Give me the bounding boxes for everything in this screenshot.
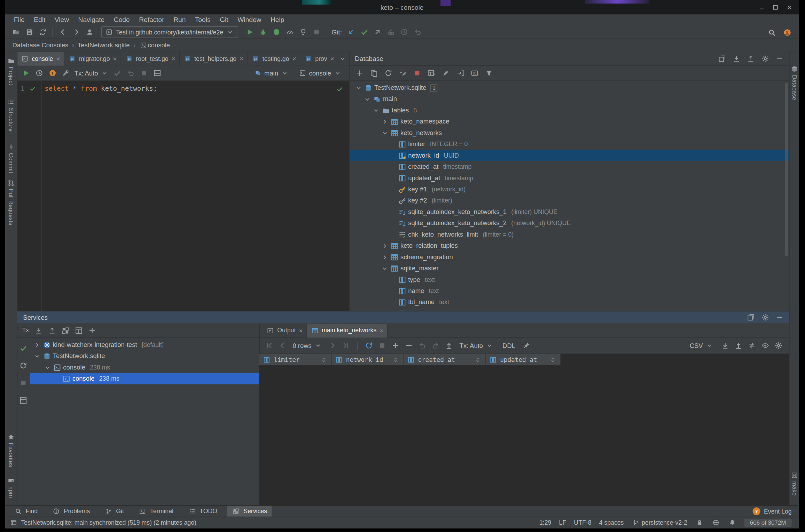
toolwindow-button-find[interactable]: Find xyxy=(9,506,42,516)
titlebar[interactable]: keto – console xyxy=(5,0,799,14)
rollback-icon[interactable] xyxy=(412,26,423,38)
rerun-icon[interactable] xyxy=(18,360,29,371)
toolwindow-button-git[interactable]: Git xyxy=(100,506,128,516)
ddl-button[interactable]: DDL xyxy=(502,342,515,349)
layout-icon[interactable] xyxy=(73,325,84,336)
breadcrumb-item[interactable]: console xyxy=(148,41,170,49)
git-commit-icon[interactable] xyxy=(358,26,369,38)
float-icon[interactable] xyxy=(745,312,756,323)
close-icon[interactable]: × xyxy=(171,55,175,63)
menu-tools[interactable]: Tools xyxy=(190,14,215,25)
gear-icon[interactable] xyxy=(759,312,771,323)
rollback-icon[interactable] xyxy=(125,68,136,79)
sql-editor[interactable]: 1 select * from keto_networks; xyxy=(17,81,349,311)
open-folder-icon[interactable] xyxy=(10,26,21,38)
git-branch-widget[interactable]: persistence-v2-2 xyxy=(632,518,687,527)
menu-window[interactable]: Window xyxy=(233,14,266,25)
run-dropdown-icon[interactable] xyxy=(298,26,309,38)
grid-column-header[interactable]: created_at xyxy=(404,354,486,365)
breadcrumb-item[interactable]: TestNetwork.sqlite xyxy=(78,41,130,49)
tab-testing.go[interactable]: gotesting.go× xyxy=(248,52,300,66)
git-push-icon[interactable] xyxy=(372,26,383,38)
toolwindow-button-todo[interactable]: TODO xyxy=(183,506,222,516)
tool-stripe-database[interactable]: Database xyxy=(790,65,799,100)
group-icon[interactable] xyxy=(60,325,71,336)
close-icon[interactable]: × xyxy=(292,55,296,63)
tree-row[interactable]: keto_namespace xyxy=(350,116,789,127)
chevron-down-icon[interactable] xyxy=(380,128,390,138)
plan-icon[interactable] xyxy=(47,68,58,79)
profiler-icon[interactable] xyxy=(284,26,296,38)
gear-icon[interactable] xyxy=(759,53,771,64)
history-clock-icon[interactable] xyxy=(33,68,45,79)
menu-help[interactable]: Help xyxy=(266,14,289,25)
win-min-icon[interactable] xyxy=(757,3,766,11)
expand-all-icon[interactable] xyxy=(730,53,742,64)
eye-icon[interactable] xyxy=(759,340,771,351)
toolwindow-toggle-icon[interactable] xyxy=(9,518,18,527)
tx-mode-selector[interactable]: Tx: Auto xyxy=(71,68,112,79)
chevron-right-icon[interactable] xyxy=(380,241,390,251)
ql-console-icon[interactable]: QL xyxy=(469,68,480,79)
result-grid[interactable] xyxy=(259,365,789,506)
menu-refactor[interactable]: Refactor xyxy=(134,14,169,25)
next-icon[interactable] xyxy=(327,340,338,351)
prev-icon[interactable] xyxy=(277,340,288,351)
check-icon[interactable] xyxy=(112,68,123,79)
chevron-down-icon[interactable] xyxy=(32,351,42,361)
menu-git[interactable]: Git xyxy=(215,14,233,25)
refresh-icon[interactable] xyxy=(383,68,394,79)
tree-row[interactable]: updated_attimestamp xyxy=(350,172,789,183)
save-icon[interactable] xyxy=(24,26,35,38)
toolwindow-button-terminal[interactable]: Terminal xyxy=(134,506,178,516)
win-max-icon[interactable] xyxy=(771,3,780,11)
tree-row[interactable]: sqlite_master xyxy=(350,263,789,274)
tool-stripe-favorites[interactable]: Favorites xyxy=(5,432,17,467)
redo-icon[interactable] xyxy=(430,340,441,351)
chevron-right-icon[interactable] xyxy=(380,117,390,126)
close-icon[interactable]: × xyxy=(56,55,60,63)
menu-file[interactable]: File xyxy=(9,14,29,25)
collapse-all-icon[interactable] xyxy=(745,53,756,64)
pencil-icon[interactable] xyxy=(440,68,451,79)
tool-stripe-pull-requests[interactable]: Pull Requests xyxy=(5,178,17,225)
check-icon[interactable] xyxy=(18,342,29,353)
memory-indicator[interactable]: 606 of 3072M xyxy=(744,518,792,527)
services-panel-header[interactable]: Services xyxy=(17,311,789,323)
gear-icon[interactable] xyxy=(773,340,784,351)
run-icon[interactable] xyxy=(244,26,256,38)
export-format-selector[interactable]: CSV xyxy=(687,340,717,351)
filter-icon[interactable] xyxy=(483,68,494,79)
delete-row-icon[interactable] xyxy=(404,340,415,351)
minimize-icon[interactable] xyxy=(774,53,785,64)
grid-column-header[interactable]: limiter xyxy=(259,354,332,365)
scrollbar-thumb[interactable] xyxy=(785,82,788,256)
tree-row[interactable]: keto_relation_tuples xyxy=(350,240,789,251)
indent-style[interactable]: 4 spaces xyxy=(599,519,624,526)
tool-stripe-make[interactable]: Mmake xyxy=(790,471,799,496)
chevron-down-icon[interactable] xyxy=(42,363,52,372)
run-config-selector[interactable]: Test in github.com/ory/keto/internal/e2e xyxy=(101,26,238,38)
chevron-down-icon[interactable] xyxy=(362,94,372,104)
sort-icon[interactable] xyxy=(319,355,328,364)
add-icon[interactable] xyxy=(86,325,97,336)
close-icon[interactable]: × xyxy=(240,55,243,63)
tree-row[interactable]: sqlite_autoindex_keto_networks_1(limiter… xyxy=(350,206,789,217)
run-icon[interactable] xyxy=(20,68,31,79)
tree-row[interactable] xyxy=(350,308,789,311)
tool-stripe-commit[interactable]: Commit xyxy=(5,143,17,173)
tree-row[interactable]: created_attimestamp xyxy=(350,161,789,172)
tree-row[interactable]: main xyxy=(350,93,789,104)
tree-row[interactable]: network_idUUID xyxy=(350,150,789,161)
tree-row[interactable]: kind-watcherx-integration-test[default] xyxy=(30,339,259,350)
stop-icon[interactable] xyxy=(139,68,150,79)
expand-all-icon[interactable] xyxy=(33,325,44,336)
upload-icon[interactable] xyxy=(733,340,744,351)
splitter-vertical[interactable] xyxy=(349,52,350,311)
chevron-down-icon[interactable] xyxy=(354,83,364,93)
sort-icon[interactable] xyxy=(473,355,482,364)
tree-row[interactable]: typetext xyxy=(350,274,789,285)
tab-root_test.go[interactable]: goroot_test.go× xyxy=(121,52,179,66)
sort-icon[interactable] xyxy=(548,355,557,364)
grid-icon[interactable] xyxy=(18,395,29,406)
